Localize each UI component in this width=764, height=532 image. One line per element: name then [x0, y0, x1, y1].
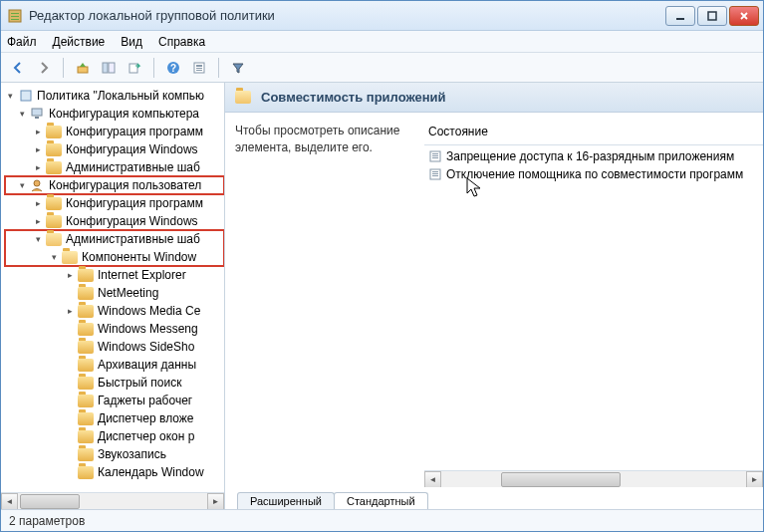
description-column: Чтобы просмотреть описание элемента, выд… [235, 123, 424, 487]
svg-rect-2 [11, 16, 19, 17]
svg-rect-16 [21, 91, 31, 101]
expand-icon[interactable]: ▾ [17, 109, 28, 120]
back-button[interactable] [7, 57, 29, 79]
tree-computer-config[interactable]: ▾ Конфигурация компьютера [5, 105, 224, 123]
svg-rect-25 [432, 171, 438, 172]
folder-icon [78, 430, 94, 443]
titlebar: Редактор локальной групповой политики [1, 1, 763, 31]
list-hscroll[interactable]: ◄ ► [424, 470, 763, 487]
help-button[interactable]: ? [162, 57, 184, 79]
tree-label: Диспетчер окон р [98, 429, 194, 443]
svg-rect-7 [103, 63, 108, 73]
expand-icon[interactable]: ▸ [65, 270, 76, 281]
expand-icon[interactable]: ▸ [33, 127, 44, 137]
tree-item[interactable]: ▸Административные шаб [5, 158, 224, 176]
tree-item[interactable]: Диспетчер вложе [5, 409, 224, 427]
tree-label: Архивация данны [98, 358, 196, 372]
expand-icon[interactable]: ▸ [33, 162, 44, 173]
expand-icon[interactable]: ▸ [65, 306, 76, 317]
tree-user-config[interactable]: ▾ Конфигурация пользовател [5, 176, 224, 194]
tree-item[interactable]: Архивация данны [5, 356, 224, 374]
tab-standard[interactable]: Стандартный [334, 492, 428, 509]
folder-icon [78, 305, 94, 318]
tree-item[interactable]: ▸Internet Explorer [5, 266, 224, 284]
tree-item[interactable]: Windows Messeng [5, 320, 224, 338]
tree-label: Internet Explorer [98, 268, 186, 282]
tree-item[interactable]: ▸Конфигурация Windows [5, 140, 224, 158]
forward-button[interactable] [33, 57, 55, 79]
setting-icon [428, 149, 442, 163]
svg-rect-21 [432, 153, 438, 154]
svg-rect-8 [109, 63, 115, 73]
tree-item[interactable]: Диспетчер окон р [5, 427, 224, 445]
expand-icon[interactable]: ▾ [33, 234, 44, 245]
tree-item[interactable]: NetMeeting [5, 284, 224, 302]
expand-icon[interactable]: ▾ [5, 91, 16, 102]
policy-tree[interactable]: ▾ Политика "Локальный компью ▾ Конфигура… [1, 83, 224, 492]
tree-item[interactable]: Звукозапись [5, 445, 224, 463]
tree-item[interactable]: ▸Конфигурация программ [5, 194, 224, 212]
column-header-state[interactable]: Состояние [424, 123, 763, 145]
tree-label: Конфигурация компьютера [49, 107, 199, 121]
scroll-thumb[interactable] [20, 494, 80, 509]
expand-icon[interactable]: ▾ [49, 252, 60, 263]
svg-rect-3 [11, 19, 19, 20]
tree-root[interactable]: ▾ Политика "Локальный компью [5, 87, 224, 105]
tree-hscroll[interactable]: ◄ ► [1, 492, 224, 509]
app-icon [7, 8, 23, 24]
maximize-button[interactable] [697, 6, 727, 26]
tree-label: Быстрый поиск [98, 376, 181, 390]
folder-icon [46, 215, 62, 228]
expand-icon[interactable]: ▾ [17, 180, 28, 191]
svg-rect-14 [196, 68, 202, 69]
tree-item[interactable]: ▸Конфигурация Windows [5, 212, 224, 230]
scroll-left-button[interactable]: ◄ [424, 471, 441, 488]
tree-pane: ▾ Политика "Локальный компью ▾ Конфигура… [1, 83, 225, 509]
tree-windows-components[interactable]: ▾Компоненты Window [5, 248, 224, 266]
tree-label: Конфигурация программ [66, 125, 203, 138]
menu-action[interactable]: Действие [53, 35, 106, 49]
menu-view[interactable]: Вид [121, 35, 142, 49]
close-button[interactable] [729, 6, 759, 26]
tree-label: Конфигурация Windows [66, 214, 198, 228]
up-button[interactable] [72, 57, 94, 79]
folder-icon [78, 359, 94, 372]
tree-label: Административные шаб [66, 160, 200, 174]
tree-item[interactable]: Календарь Window [5, 463, 224, 481]
tree-item[interactable]: Windows SideSho [5, 338, 224, 356]
folder-open-icon [62, 251, 78, 264]
expand-icon[interactable]: ▸ [33, 198, 44, 209]
tree-label: Календарь Window [98, 465, 204, 479]
tree-admin-templates-user[interactable]: ▾Административные шаб [5, 230, 224, 248]
svg-text:?: ? [170, 63, 176, 74]
expand-icon[interactable]: ▸ [33, 144, 44, 155]
export-button[interactable] [124, 57, 145, 79]
tree-item[interactable]: ▸Конфигурация программ [5, 123, 224, 140]
menu-help[interactable]: Справка [158, 35, 205, 49]
scroll-thumb[interactable] [501, 472, 621, 487]
svg-rect-9 [129, 64, 137, 73]
tree-item[interactable]: ▸Windows Media Ce [5, 302, 224, 320]
scroll-right-button[interactable]: ► [207, 493, 224, 510]
setting-label: Запрещение доступа к 16-разрядным прилож… [446, 149, 734, 163]
show-hide-tree-button[interactable] [98, 57, 120, 79]
menu-file[interactable]: Файл [7, 35, 37, 49]
scroll-left-button[interactable]: ◄ [1, 493, 18, 510]
scroll-right-button[interactable]: ► [746, 471, 763, 488]
tree-label: Административные шаб [66, 232, 200, 246]
list-item[interactable]: Отключение помощника по совместимости пр… [424, 165, 763, 183]
folder-icon [46, 143, 62, 156]
folder-icon [46, 197, 62, 210]
expand-icon[interactable]: ▸ [33, 216, 44, 227]
tree-item[interactable]: Гаджеты рабочег [5, 392, 224, 409]
tree-label: Windows Messeng [98, 322, 198, 336]
properties-button[interactable] [188, 57, 210, 79]
tree-item[interactable]: Быстрый поиск [5, 374, 224, 392]
tab-extended[interactable]: Расширенный [237, 492, 335, 509]
minimize-button[interactable] [665, 6, 695, 26]
list-item[interactable]: Запрещение доступа к 16-разрядным прилож… [424, 147, 763, 165]
filter-button[interactable] [227, 57, 249, 79]
tree-label: Конфигурация пользовател [49, 178, 201, 192]
svg-rect-26 [432, 173, 438, 174]
svg-rect-4 [676, 18, 684, 20]
